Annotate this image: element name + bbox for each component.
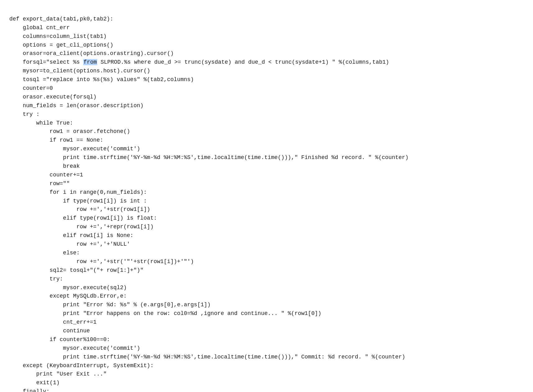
code-line-21: for i in range(0,num_fields): <box>9 189 147 195</box>
code-line-8: tosql ="replace into %s(%s) values" %(ta… <box>9 76 194 83</box>
code-line-6: forsql="select %s from SLPROD.%s where d… <box>9 59 389 65</box>
code-line-37: continue <box>9 328 90 334</box>
code-line-20: row="" <box>9 180 70 187</box>
code-line-29: row +=','+str('"'+str(row1[i])+'"') <box>9 258 194 265</box>
code-line-22: if type(row1[i]) is int : <box>9 198 147 204</box>
code-line-35: print "Error happens on the row: col0=%d… <box>9 310 321 317</box>
code-line-44: finally: <box>9 388 50 392</box>
highlight-from: from <box>83 59 97 65</box>
code-line-28: else: <box>9 250 80 256</box>
code-line-11: num_fields = len(orasor.description) <box>9 103 144 109</box>
code-line-26: elif row1[i] is None: <box>9 232 134 239</box>
code-line-30: sql2= tosql+"("+ row[1:]+")" <box>9 267 144 273</box>
code-line-43: exit(1) <box>9 380 60 386</box>
code-line-34: print "Error %d: %s" % (e.args[0],e.args… <box>9 302 211 308</box>
code-line-1: def export_data(tab1,pk0,tab2): <box>9 16 113 22</box>
code-line-24: elif type(row1[i]) is float: <box>9 215 157 221</box>
code-line-39: mysor.execute('commit') <box>9 345 140 351</box>
code-line-13: while True: <box>9 120 73 126</box>
code-line-42: print "User Exit ..." <box>9 371 107 377</box>
code-line-19: counter+=1 <box>9 172 83 178</box>
code-line-7: mysor=to_client(options.host).cursor() <box>9 68 150 74</box>
code-line-17: print time.strftime('%Y-%m-%d %H:%M:%S',… <box>9 154 408 161</box>
code-line-27: row +=','+'NULL' <box>9 241 130 247</box>
code-line-40: print time.strftime('%Y-%m-%d %H:%M:%S',… <box>9 354 405 360</box>
code-line-32: mysor.execute(sql2) <box>9 285 127 291</box>
code-line-23: row +=','+str(row1[i]) <box>9 206 150 212</box>
code-line-31: try: <box>9 276 63 282</box>
code-line-4: options = get_cli_options() <box>9 42 113 48</box>
code-line-15: if row1 == None: <box>9 137 103 143</box>
code-block: def export_data(tab1,pk0,tab2): global c… <box>9 6 524 392</box>
code-line-5: orasor=ora_client(options.orastring).cur… <box>9 50 174 57</box>
code-line-2: global cnt_err <box>9 25 70 31</box>
code-line-36: cnt_err+=1 <box>9 319 97 325</box>
code-line-10: orasor.execute(forsql) <box>9 94 97 100</box>
code-line-38: if counter%100==0: <box>9 336 110 343</box>
code-line-12: try : <box>9 111 39 117</box>
code-line-25: row +=','+repr(row1[i]) <box>9 224 153 230</box>
code-line-41: except (KeyboardInterrupt, SystemExit): <box>9 362 153 369</box>
code-line-9: counter=0 <box>9 85 53 91</box>
code-line-3: columns=column_list(tab1) <box>9 33 107 39</box>
code-line-33: except MySQLdb.Error,e: <box>9 293 127 299</box>
code-line-18: break <box>9 163 80 169</box>
code-line-16: mysor.execute('commit') <box>9 146 140 152</box>
code-line-14: row1 = orasor.fetchone() <box>9 128 130 134</box>
